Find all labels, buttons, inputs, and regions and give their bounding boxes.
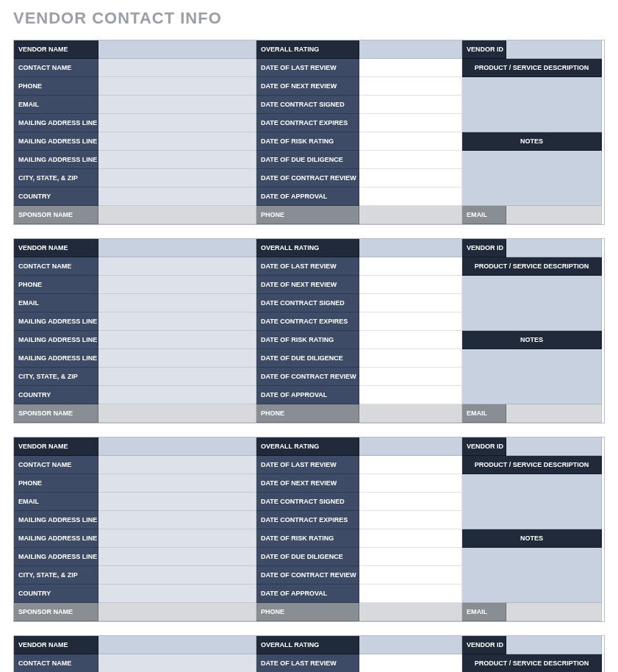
- label-prod-svc: PRODUCT / SERVICE DESCRIPTION: [462, 456, 602, 474]
- value-last-review[interactable]: [359, 654, 462, 672]
- value-sponsor-phone[interactable]: [359, 404, 462, 423]
- value-contract-review[interactable]: [359, 368, 462, 386]
- value-approval[interactable]: [359, 386, 462, 404]
- value-due-diligence[interactable]: [359, 349, 462, 368]
- label-csz: CITY, STATE, & ZIP: [14, 566, 98, 585]
- label-country: COUNTRY: [14, 187, 98, 206]
- value-sponsor-email[interactable]: [506, 404, 602, 423]
- label-risk-rating: DATE OF RISK RATING: [256, 132, 359, 151]
- value-sponsor-email[interactable]: [506, 206, 602, 224]
- value-overall-rating[interactable]: [359, 437, 462, 456]
- value-signed[interactable]: [359, 294, 462, 312]
- value-risk-rating[interactable]: [359, 331, 462, 349]
- label-sponsor-phone: PHONE: [256, 603, 359, 621]
- label-next-review: DATE OF NEXT REVIEW: [256, 474, 359, 493]
- value-last-review[interactable]: [359, 456, 462, 474]
- value-notes[interactable]: [462, 349, 602, 404]
- value-addr3[interactable]: [98, 548, 256, 566]
- value-addr2[interactable]: [98, 132, 256, 151]
- value-risk-rating[interactable]: [359, 132, 462, 151]
- value-due-diligence[interactable]: [359, 151, 462, 169]
- value-csz[interactable]: [98, 566, 256, 585]
- label-addr3: MAILING ADDRESS LINE 3: [14, 548, 98, 566]
- value-phone[interactable]: [98, 474, 256, 493]
- value-sponsor[interactable]: [98, 404, 256, 423]
- value-overall-rating[interactable]: [359, 239, 462, 257]
- value-expires[interactable]: [359, 114, 462, 132]
- value-prod-svc[interactable]: [462, 474, 602, 529]
- value-addr1[interactable]: [98, 114, 256, 132]
- label-csz: CITY, STATE, & ZIP: [14, 368, 98, 386]
- value-csz[interactable]: [98, 368, 256, 386]
- value-addr2[interactable]: [98, 529, 256, 548]
- value-vendor-id[interactable]: [506, 437, 602, 456]
- label-overall-rating: OVERALL RATING: [256, 437, 359, 456]
- value-vendor-name[interactable]: [98, 437, 256, 456]
- value-country[interactable]: [98, 187, 256, 206]
- value-risk-rating[interactable]: [359, 529, 462, 548]
- label-email: EMAIL: [14, 294, 98, 312]
- value-email[interactable]: [98, 294, 256, 312]
- label-vendor-name: VENDOR NAME: [14, 636, 98, 654]
- label-due-diligence: DATE OF DUE DILIGENCE: [256, 548, 359, 566]
- value-vendor-name[interactable]: [98, 239, 256, 257]
- value-vendor-id[interactable]: [506, 636, 602, 654]
- label-contact-name: CONTACT NAME: [14, 456, 98, 474]
- value-addr3[interactable]: [98, 151, 256, 169]
- value-vendor-name[interactable]: [98, 636, 256, 654]
- value-sponsor-phone[interactable]: [359, 206, 462, 224]
- value-email[interactable]: [98, 493, 256, 511]
- label-prod-svc: PRODUCT / SERVICE DESCRIPTION: [462, 59, 602, 77]
- value-next-review[interactable]: [359, 474, 462, 493]
- value-expires[interactable]: [359, 511, 462, 529]
- value-signed[interactable]: [359, 96, 462, 114]
- value-last-review[interactable]: [359, 257, 462, 276]
- value-sponsor[interactable]: [98, 603, 256, 621]
- value-addr3[interactable]: [98, 349, 256, 368]
- value-expires[interactable]: [359, 312, 462, 331]
- value-contract-review[interactable]: [359, 566, 462, 585]
- value-addr1[interactable]: [98, 511, 256, 529]
- value-vendor-id[interactable]: [506, 40, 602, 59]
- label-vendor-id: VENDOR ID: [462, 239, 506, 257]
- label-contact-name: CONTACT NAME: [14, 654, 98, 672]
- value-contract-review[interactable]: [359, 169, 462, 187]
- vendor-block: VENDOR NAME OVERALL RATING VENDOR ID CON…: [13, 238, 605, 423]
- value-vendor-id[interactable]: [506, 239, 602, 257]
- value-signed[interactable]: [359, 493, 462, 511]
- value-contact-name[interactable]: [98, 456, 256, 474]
- value-approval[interactable]: [359, 585, 462, 603]
- value-csz[interactable]: [98, 169, 256, 187]
- value-contact-name[interactable]: [98, 59, 256, 77]
- value-last-review[interactable]: [359, 59, 462, 77]
- value-prod-svc[interactable]: [462, 276, 602, 331]
- value-country[interactable]: [98, 585, 256, 603]
- value-phone[interactable]: [98, 276, 256, 294]
- value-overall-rating[interactable]: [359, 636, 462, 654]
- value-email[interactable]: [98, 96, 256, 114]
- value-due-diligence[interactable]: [359, 548, 462, 566]
- value-next-review[interactable]: [359, 77, 462, 96]
- value-country[interactable]: [98, 386, 256, 404]
- label-notes: NOTES: [462, 132, 602, 151]
- value-contact-name[interactable]: [98, 654, 256, 672]
- value-phone[interactable]: [98, 77, 256, 96]
- value-vendor-name[interactable]: [98, 40, 256, 59]
- value-contact-name[interactable]: [98, 257, 256, 276]
- value-addr2[interactable]: [98, 331, 256, 349]
- value-prod-svc[interactable]: [462, 77, 602, 132]
- label-due-diligence: DATE OF DUE DILIGENCE: [256, 349, 359, 368]
- page-title: VENDOR CONTACT INFO: [13, 9, 605, 28]
- value-next-review[interactable]: [359, 276, 462, 294]
- value-approval[interactable]: [359, 187, 462, 206]
- value-sponsor-phone[interactable]: [359, 603, 462, 621]
- value-addr1[interactable]: [98, 312, 256, 331]
- label-vendor-name: VENDOR NAME: [14, 437, 98, 456]
- value-notes[interactable]: [462, 151, 602, 206]
- label-vendor-name: VENDOR NAME: [14, 40, 98, 59]
- value-overall-rating[interactable]: [359, 40, 462, 59]
- value-notes[interactable]: [462, 548, 602, 603]
- label-sponsor: SPONSOR NAME: [14, 603, 98, 621]
- value-sponsor[interactable]: [98, 206, 256, 224]
- value-sponsor-email[interactable]: [506, 603, 602, 621]
